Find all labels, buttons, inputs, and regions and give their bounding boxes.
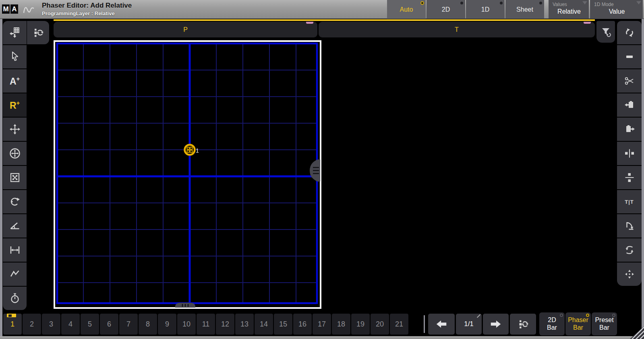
radio-dot-icon xyxy=(539,2,542,4)
bar-toggle-label: Bar xyxy=(573,324,583,331)
scale-tool-button[interactable] xyxy=(3,166,27,189)
step-button-18[interactable]: 18 xyxy=(332,314,350,335)
step-label: 1 xyxy=(10,320,14,329)
rotate-90-button[interactable] xyxy=(617,214,642,238)
mirror-transition-label: T|T xyxy=(625,199,634,205)
page-indicator[interactable]: 1/1 xyxy=(456,314,482,335)
absolute-add-label: A+ xyxy=(10,76,20,86)
phaser-bar-toggle[interactable]: Phaser Bar xyxy=(565,312,591,335)
tab-auto[interactable]: Auto xyxy=(387,0,426,19)
cut-button[interactable] xyxy=(617,69,642,93)
step-button-2[interactable]: 2 xyxy=(23,314,41,335)
step-button-8[interactable]: 8 xyxy=(139,314,157,335)
width-icon xyxy=(9,244,21,256)
center-move-tool-button[interactable] xyxy=(3,142,27,165)
left-edge-rail xyxy=(0,19,2,336)
step-button-4[interactable]: 4 xyxy=(61,314,80,335)
previous-page-button[interactable] xyxy=(428,314,455,335)
mirror-transition-button[interactable]: T|T xyxy=(617,190,642,213)
move-icon xyxy=(9,123,21,135)
nudge-button[interactable] xyxy=(617,263,642,286)
speed-tool-button[interactable] xyxy=(3,287,27,310)
center-move-icon xyxy=(9,147,21,159)
step-button-19[interactable]: 19 xyxy=(351,314,370,335)
recast-icon xyxy=(32,27,44,39)
chevron-down-icon xyxy=(582,1,587,4)
radio-dot-icon xyxy=(612,314,615,317)
dropdown-label: Values xyxy=(553,2,586,7)
header-t-label: T xyxy=(455,26,459,33)
bar-toggle-label: Phaser xyxy=(568,316,588,324)
relative-add-button[interactable]: R+ xyxy=(3,93,27,117)
title-bar: M A Phaser Editor: Add Relative Programm… xyxy=(0,0,644,19)
step-button-10[interactable]: 10 xyxy=(177,314,196,335)
sync-icon xyxy=(623,27,636,39)
column-header-p[interactable]: P xyxy=(54,22,317,37)
rotate-90-icon xyxy=(623,220,636,232)
filter-button[interactable] xyxy=(596,21,615,43)
phaser-2d-grid[interactable]: 1 xyxy=(54,40,321,309)
step-button-3[interactable]: 3 xyxy=(42,314,60,335)
window-title: Phaser Editor: Add Relative xyxy=(42,2,132,10)
link-encoder-bar-button[interactable] xyxy=(510,314,536,335)
recast-icon xyxy=(517,318,529,330)
pointer-tool-button[interactable] xyxy=(3,45,27,68)
step-button-16[interactable]: 16 xyxy=(293,314,312,335)
tab-2d[interactable]: 2D xyxy=(427,0,465,19)
ma-logo-a: A xyxy=(10,4,18,14)
2d-bar-toggle[interactable]: 2D Bar xyxy=(539,312,565,335)
step-button-21[interactable]: 21 xyxy=(390,314,408,335)
bar-toggle-label: Bar xyxy=(599,324,609,331)
bar-toggle-label: 2D xyxy=(548,316,556,324)
link-encoder-button[interactable] xyxy=(27,21,49,44)
tab-sheet[interactable]: Sheet xyxy=(505,0,544,19)
grid-bottom-drag-handle[interactable] xyxy=(175,303,195,308)
step-button-9[interactable]: 9 xyxy=(158,314,176,335)
absolute-add-button[interactable]: A+ xyxy=(3,69,27,93)
phaser-tools-toolbar: A+ R+ xyxy=(3,21,27,310)
paste-before-icon xyxy=(623,99,636,111)
mirror-horizontal-button[interactable] xyxy=(617,142,642,165)
grid-move-icon xyxy=(9,27,21,39)
step-button-12[interactable]: 12 xyxy=(216,314,234,335)
tab-1d[interactable]: 1D xyxy=(466,0,505,19)
page-indicator-label: 1/1 xyxy=(464,320,474,328)
next-page-button[interactable] xyxy=(483,314,509,335)
step-button-20[interactable]: 20 xyxy=(371,314,389,335)
invert-icon xyxy=(623,244,636,256)
angle-tool-button[interactable] xyxy=(3,214,27,238)
filter-icon xyxy=(600,26,612,38)
step-button-5[interactable]: 5 xyxy=(81,314,99,335)
step-button-15[interactable]: 15 xyxy=(274,314,292,335)
sync-button[interactable] xyxy=(617,21,642,44)
invert-button[interactable] xyxy=(617,238,642,262)
mirror-vertical-button[interactable] xyxy=(617,166,642,189)
transition-tool-button[interactable] xyxy=(3,263,27,286)
ma-logo: M A xyxy=(2,4,18,14)
paste-after-button[interactable] xyxy=(617,118,642,141)
rotate-tool-button[interactable] xyxy=(3,190,27,213)
step-edit-toolbar: T|T xyxy=(617,21,642,286)
step-button-7[interactable]: 7 xyxy=(119,314,138,335)
step-button-17[interactable]: 17 xyxy=(313,314,331,335)
1d-mode-dropdown[interactable]: 1D Mode Value xyxy=(590,0,643,19)
bar-toggle-label: Preset xyxy=(595,316,613,324)
step-button-13[interactable]: 13 xyxy=(235,314,254,335)
header-p-label: P xyxy=(183,26,188,33)
phaser-wave-icon xyxy=(23,4,35,15)
preset-bar-toggle[interactable]: Preset Bar xyxy=(592,312,617,335)
step-button-1[interactable]: 1 xyxy=(3,314,22,335)
transition-icon xyxy=(9,268,21,280)
step-button-11[interactable]: 11 xyxy=(197,314,215,335)
header-tab-indicator xyxy=(584,22,591,24)
remove-step-button[interactable] xyxy=(617,45,642,68)
step-button-14[interactable]: 14 xyxy=(255,314,273,335)
step-button-6[interactable]: 6 xyxy=(100,314,118,335)
minus-icon xyxy=(623,51,636,63)
column-header-t[interactable]: T xyxy=(319,22,595,37)
grid-move-button[interactable] xyxy=(3,21,27,44)
move-tool-button[interactable] xyxy=(3,118,27,141)
values-dropdown[interactable]: Values Relative xyxy=(549,0,589,19)
width-tool-button[interactable] xyxy=(3,238,27,262)
paste-before-button[interactable] xyxy=(617,93,642,117)
